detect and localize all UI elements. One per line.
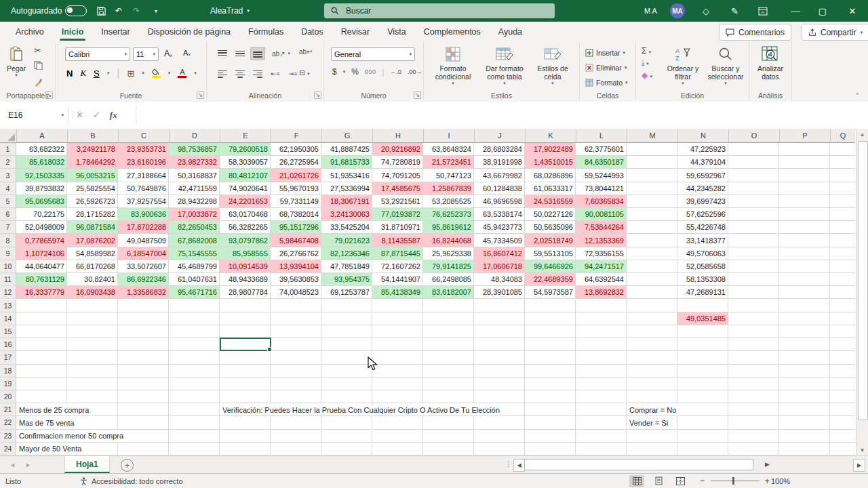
fill-down-icon[interactable]: ⤓ ▾ xyxy=(642,59,652,67)
cell-E1[interactable]: 79,2600518 xyxy=(220,143,271,156)
italic-button[interactable]: K xyxy=(80,68,86,79)
cell-I18[interactable] xyxy=(423,365,474,378)
cell-M18[interactable] xyxy=(627,365,677,378)
cell-J3[interactable]: 43,6679982 xyxy=(474,169,525,182)
scroll-down-icon[interactable]: ▼ xyxy=(856,445,868,455)
cell-A20[interactable] xyxy=(16,390,67,403)
cell-A8[interactable]: 0,77865974 xyxy=(16,234,67,247)
cell-C15[interactable] xyxy=(118,325,169,338)
cell-Q2[interactable] xyxy=(830,156,855,169)
cell-I6[interactable]: 76,6252373 xyxy=(423,208,474,221)
cell-M23[interactable] xyxy=(627,430,677,443)
cell-L3[interactable]: 59,5244993 xyxy=(576,169,627,182)
cell-N16[interactable] xyxy=(677,338,728,351)
cell-G23[interactable] xyxy=(321,430,372,443)
cell-text-M21[interactable]: Comprar = No xyxy=(627,404,680,415)
ribbon-tab-ayuda[interactable]: Ayuda xyxy=(490,22,531,41)
cell-G4[interactable]: 27,5336994 xyxy=(321,182,372,195)
cell-E19[interactable] xyxy=(220,378,271,390)
cell-N8[interactable]: 33,1418377 xyxy=(677,234,728,247)
cell-C7[interactable]: 17,8702288 xyxy=(118,221,169,234)
horizontal-scroll-thumb[interactable] xyxy=(524,459,753,470)
cell-A10[interactable]: 44,0640477 xyxy=(16,260,67,273)
cell-F9[interactable]: 26,2766762 xyxy=(271,247,321,260)
cell-K10[interactable]: 99,6466926 xyxy=(525,260,576,273)
cell-F22[interactable] xyxy=(271,416,321,429)
cell-E17[interactable] xyxy=(220,351,271,364)
cell-B5[interactable]: 26,5926723 xyxy=(67,195,118,208)
decrease-decimal-icon[interactable]: .00→ xyxy=(408,68,422,75)
cell-L8[interactable]: 12,1353369 xyxy=(576,234,627,247)
normal-view-icon[interactable] xyxy=(629,475,644,487)
next-sheet-icon[interactable]: ► xyxy=(25,462,31,468)
increase-decimal-icon[interactable]: ←.0 xyxy=(391,68,402,75)
increase-indent-icon[interactable]: ⇥≡ xyxy=(285,67,300,81)
cell-A13[interactable] xyxy=(16,300,67,312)
cell-D21[interactable] xyxy=(169,403,220,416)
cell-C21[interactable] xyxy=(118,403,169,416)
currency-format-icon[interactable]: $ xyxy=(332,67,337,77)
cell-C6[interactable]: 83,900636 xyxy=(118,208,169,221)
cell-O9[interactable] xyxy=(728,247,779,260)
cell-O11[interactable] xyxy=(728,273,779,286)
share-button[interactable]: Compartir▾ xyxy=(802,24,868,41)
cell-G7[interactable]: 33,5425204 xyxy=(321,221,372,234)
cell-N23[interactable] xyxy=(677,430,728,443)
ribbon-tab-datos[interactable]: Datos xyxy=(292,22,332,41)
underline-button[interactable]: S xyxy=(94,68,100,79)
hscroll-right-icon[interactable]: ▶ xyxy=(765,461,770,468)
row-header-6[interactable]: 6 xyxy=(0,208,16,221)
cell-B16[interactable] xyxy=(67,338,118,351)
insert-function-icon[interactable]: fx xyxy=(110,110,117,121)
cell-H12[interactable]: 85,4138349 xyxy=(372,286,423,299)
font-dialog-launcher-icon[interactable]: ↘ xyxy=(197,92,204,99)
cell-text-E21[interactable]: Verificación: Puedes Hacer la Prueba Con… xyxy=(220,404,504,415)
cell-M15[interactable] xyxy=(627,325,677,338)
collapse-ribbon-icon[interactable]: ⌃ xyxy=(854,92,860,99)
cell-L17[interactable] xyxy=(576,351,627,364)
cell-O21[interactable] xyxy=(728,403,779,416)
cell-P7[interactable] xyxy=(779,221,830,234)
borders-icon[interactable]: ⊞ xyxy=(127,68,134,79)
cell-M19[interactable] xyxy=(627,378,677,390)
font-name-select[interactable]: Calibri▾ xyxy=(65,47,130,61)
redo-button[interactable]: ↷ xyxy=(133,0,140,22)
cell-text-A21[interactable]: Menos de 25 compra xyxy=(17,404,93,415)
cell-A12[interactable]: 16,3337779 xyxy=(16,286,67,299)
cell-M6[interactable] xyxy=(627,208,677,221)
cell-O12[interactable] xyxy=(728,286,779,299)
cell-D12[interactable]: 95,4671716 xyxy=(169,286,220,299)
cell-B11[interactable]: 30,82401 xyxy=(67,273,118,286)
cell-D14[interactable] xyxy=(169,312,220,325)
autosum-icon[interactable]: Σ ▾ xyxy=(642,46,652,56)
row-header-5[interactable]: 5 xyxy=(0,195,16,208)
cell-F13[interactable] xyxy=(271,300,321,312)
column-header-J[interactable]: J xyxy=(475,129,526,143)
cell-N24[interactable] xyxy=(677,443,728,455)
cell-G12[interactable]: 69,1253787 xyxy=(321,286,372,299)
column-header-K[interactable]: K xyxy=(526,129,576,143)
cell-E12[interactable]: 28,9807784 xyxy=(220,286,271,299)
cell-D2[interactable]: 23,9827332 xyxy=(169,156,220,169)
cell-N6[interactable]: 57,6252596 xyxy=(677,208,728,221)
cell-J2[interactable]: 38,9191998 xyxy=(474,156,525,169)
row-header-14[interactable]: 14 xyxy=(0,312,16,325)
cell-J5[interactable]: 46,9696598 xyxy=(474,195,525,208)
cell-I1[interactable]: 63,8648324 xyxy=(423,143,474,156)
cell-E23[interactable] xyxy=(220,430,271,443)
cell-I11[interactable]: 66,2498085 xyxy=(423,273,474,286)
orientation-icon[interactable]: ab↗ xyxy=(272,50,285,58)
cell-E24[interactable] xyxy=(220,443,271,455)
cell-K17[interactable] xyxy=(525,351,576,364)
cell-B17[interactable] xyxy=(67,351,118,364)
cell-K2[interactable]: 1,43510015 xyxy=(525,156,576,169)
cell-K22[interactable] xyxy=(525,416,576,429)
cell-C14[interactable] xyxy=(118,312,169,325)
cell-Q9[interactable] xyxy=(830,247,855,260)
cell-N1[interactable]: 47,225923 xyxy=(677,143,728,156)
cell-I19[interactable] xyxy=(423,378,474,390)
cell-G10[interactable]: 47,7851849 xyxy=(321,260,372,273)
cell-E2[interactable]: 58,3039057 xyxy=(220,156,271,169)
column-header-G[interactable]: G xyxy=(322,129,373,143)
ribbon-tab-revisar[interactable]: Revisar xyxy=(332,22,378,41)
